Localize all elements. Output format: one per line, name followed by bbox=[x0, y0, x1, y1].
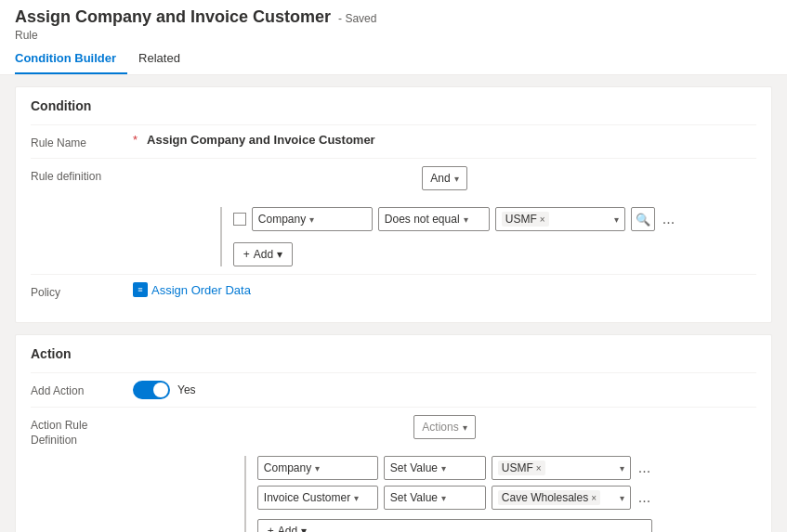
action-field-dropdown-1[interactable]: Company ▾ bbox=[257, 456, 378, 480]
rule-def-label: Rule definition bbox=[31, 166, 133, 183]
operator-chevron-icon: ▾ bbox=[464, 214, 468, 225]
value-chevron-icon: ▾ bbox=[614, 214, 619, 225]
page-title: Assign Company and Invoice Customer bbox=[15, 7, 331, 27]
company-field-dropdown[interactable]: Company ▾ bbox=[252, 207, 373, 231]
add-action-toggle[interactable] bbox=[133, 381, 170, 399]
rule-name-text: Assign Company and Invoice Customer bbox=[147, 133, 375, 147]
policy-icon: ≡ bbox=[133, 282, 148, 297]
policy-link-text: Assign Order Data bbox=[151, 283, 251, 297]
and-dropdown[interactable]: And ▾ bbox=[422, 166, 466, 190]
add-action-row-icon: + bbox=[268, 525, 274, 532]
action-value-tag-close-2[interactable]: × bbox=[591, 493, 597, 503]
action-field-chevron-2: ▾ bbox=[354, 493, 359, 503]
action-field-chevron-1: ▾ bbox=[315, 463, 320, 474]
condition-row-1: Company ▾ Does not equal ▾ USMF × bbox=[233, 207, 676, 231]
tab-related[interactable]: Related bbox=[138, 45, 191, 74]
action-card: Action Add Action Yes Action Rule Defini… bbox=[15, 334, 772, 532]
rule-def-row: Rule definition And ▾ Company ▾ bbox=[31, 158, 756, 274]
action-value-chevron-2: ▾ bbox=[620, 493, 624, 503]
policy-link[interactable]: ≡ Assign Order Data bbox=[133, 282, 251, 297]
condition-builder-container: Company ▾ Does not equal ▾ USMF × bbox=[220, 207, 676, 266]
action-more-icon-2[interactable]: ... bbox=[636, 489, 652, 506]
and-chevron-icon: ▾ bbox=[454, 174, 459, 184]
toggle-container: Yes bbox=[133, 381, 196, 399]
company-chevron-icon: ▾ bbox=[309, 214, 314, 225]
action-operator-dropdown-1[interactable]: Set Value ▾ bbox=[384, 456, 486, 480]
page-subtitle: Rule bbox=[15, 29, 772, 42]
actions-chevron-icon: ▾ bbox=[463, 422, 467, 433]
actions-dropdown-row: Actions ▾ bbox=[413, 415, 475, 439]
rule-name-label: Rule Name bbox=[31, 133, 133, 149]
add-condition-button[interactable]: + Add ▾ bbox=[233, 242, 293, 266]
action-operator-chevron-1: ▾ bbox=[441, 463, 446, 474]
rule-name-value-container: * Assign Company and Invoice Customer bbox=[133, 133, 756, 147]
add-action-row-label: Add bbox=[278, 525, 297, 532]
action-value-tag-2: Cave Wholesales × bbox=[498, 490, 600, 505]
action-operator-label-2: Set Value bbox=[390, 491, 438, 504]
toggle-thumb bbox=[153, 383, 168, 397]
action-value-field-1[interactable]: USMF × ▾ bbox=[492, 456, 631, 480]
action-rule-def-content: Actions ▾ Company ▾ Set Value ▾ bbox=[133, 415, 756, 532]
main-content: Condition Rule Name * Assign Company and… bbox=[0, 75, 787, 532]
action-value-field-2[interactable]: Cave Wholesales × ▾ bbox=[492, 486, 631, 510]
operator-label: Does not equal bbox=[385, 213, 460, 226]
condition-checkbox[interactable] bbox=[233, 213, 246, 226]
action-operator-dropdown-2[interactable]: Set Value ▾ bbox=[384, 486, 486, 510]
page-header: Assign Company and Invoice Customer - Sa… bbox=[0, 0, 787, 75]
action-rule-def-row: Action Rule Definition Actions ▾ Company… bbox=[31, 407, 756, 532]
operator-dropdown[interactable]: Does not equal ▾ bbox=[378, 207, 490, 231]
add-action-label: Add Action bbox=[31, 381, 133, 397]
action-rows-container: Company ▾ Set Value ▾ USMF × ▾ bbox=[244, 456, 652, 532]
rule-def-content: And ▾ Company ▾ Does not equal ▾ bbox=[133, 166, 756, 266]
required-star: * bbox=[133, 133, 138, 147]
add-condition-label: Add bbox=[254, 248, 273, 261]
value-field[interactable]: USMF × ▾ bbox=[495, 207, 625, 231]
condition-card-title: Condition bbox=[31, 98, 756, 113]
actions-dropdown[interactable]: Actions ▾ bbox=[413, 415, 475, 439]
action-value-chevron-1: ▾ bbox=[620, 463, 624, 474]
action-row-1: Company ▾ Set Value ▾ USMF × ▾ bbox=[257, 456, 652, 480]
value-tag: USMF × bbox=[502, 212, 549, 227]
action-rule-def-label: Action Rule Definition bbox=[31, 415, 133, 448]
add-action-row-button[interactable]: + Add ▾ bbox=[257, 519, 652, 532]
action-value-tag-text-1: USMF bbox=[502, 461, 533, 474]
action-field-label-2: Invoice Customer bbox=[264, 491, 350, 504]
condition-card: Condition Rule Name * Assign Company and… bbox=[15, 86, 772, 323]
action-value-tag-1: USMF × bbox=[498, 461, 545, 475]
add-action-value: Yes bbox=[133, 381, 756, 399]
action-more-icon-1[interactable]: ... bbox=[636, 460, 652, 476]
saved-badge: - Saved bbox=[338, 12, 376, 25]
policy-row: Policy ≡ Assign Order Data bbox=[31, 274, 756, 307]
action-field-label-1: Company bbox=[264, 461, 311, 474]
actions-dropdown-label: Actions bbox=[422, 421, 458, 434]
policy-label: Policy bbox=[31, 282, 133, 299]
and-label: And bbox=[430, 172, 450, 185]
toggle-yes-label: Yes bbox=[177, 383, 196, 396]
search-button[interactable]: 🔍 bbox=[631, 207, 655, 231]
rule-name-row: Rule Name * Assign Company and Invoice C… bbox=[31, 124, 756, 158]
action-operator-label-1: Set Value bbox=[390, 461, 438, 474]
and-row: And ▾ bbox=[422, 166, 466, 190]
more-options-icon[interactable]: ... bbox=[661, 211, 676, 227]
action-card-title: Action bbox=[31, 346, 756, 361]
company-field-label: Company bbox=[258, 213, 306, 226]
value-tag-text: USMF bbox=[505, 213, 537, 226]
action-row-2: Invoice Customer ▾ Set Value ▾ Cave Whol… bbox=[257, 486, 652, 510]
action-value-tag-text-2: Cave Wholesales bbox=[502, 491, 588, 504]
add-condition-icon: + bbox=[243, 248, 250, 261]
add-action-chevron-icon: ▾ bbox=[301, 525, 307, 532]
policy-value: ≡ Assign Order Data bbox=[133, 282, 756, 297]
search-icon: 🔍 bbox=[636, 213, 650, 227]
tabs: Condition Builder Related bbox=[15, 45, 772, 74]
tab-condition-builder[interactable]: Condition Builder bbox=[15, 45, 127, 74]
action-field-dropdown-2[interactable]: Invoice Customer ▾ bbox=[257, 486, 378, 510]
add-chevron-icon: ▾ bbox=[277, 248, 282, 261]
add-action-row: Add Action Yes bbox=[31, 372, 756, 407]
action-value-tag-close-1[interactable]: × bbox=[536, 463, 542, 474]
action-operator-chevron-2: ▾ bbox=[441, 493, 446, 503]
value-tag-close-icon[interactable]: × bbox=[540, 214, 545, 225]
